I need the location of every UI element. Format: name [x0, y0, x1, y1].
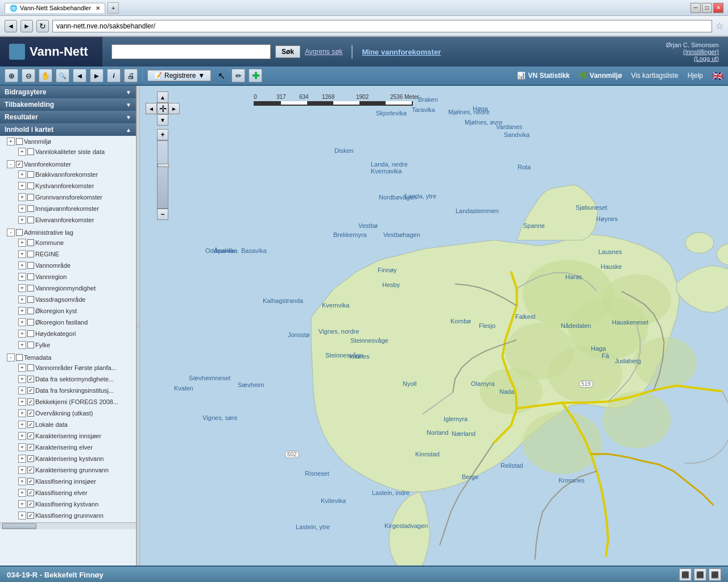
checkbox-vannregionmyndighet[interactable] — [27, 285, 34, 292]
checkbox-klas-innsj[interactable]: ✓ — [27, 478, 34, 485]
checkbox-hoydekategori[interactable] — [27, 330, 34, 337]
print-tool[interactable]: 🖨 — [124, 69, 138, 82]
expand-vassdrag[interactable]: + — [18, 296, 26, 304]
refresh-button[interactable]: ↻ — [36, 20, 49, 32]
expand-klas-kyst[interactable]: + — [18, 500, 26, 508]
expand-temadata[interactable]: - — [7, 354, 15, 361]
expand-vannregionmyndighet[interactable]: + — [18, 284, 26, 292]
bookmark-icon[interactable]: ☆ — [715, 20, 723, 31]
clear-search-button[interactable]: Avgrens søk — [305, 48, 342, 56]
expand-hoydekategori[interactable]: + — [18, 330, 26, 338]
expand-kar-kyst[interactable]: + — [18, 455, 26, 463]
expand-kommune[interactable]: + — [18, 239, 26, 247]
checkbox-overvakn[interactable]: ✓ — [27, 410, 34, 417]
tree-row-vannregion[interactable]: + Vannregion — [16, 272, 136, 281]
user-settings[interactable]: (Innstillinger) — [666, 48, 719, 55]
tree-row-kommune[interactable]: + Kommune — [16, 238, 136, 247]
checkbox-bekkekjemi[interactable]: ✓ — [27, 398, 34, 405]
checkbox-sektormyndighetene[interactable]: ✓ — [27, 376, 34, 383]
expand-klas-elv[interactable]: + — [18, 489, 26, 497]
expand-vannlokaliteter[interactable]: + — [18, 148, 26, 156]
checkbox-regine[interactable] — [27, 251, 34, 257]
tree-row-regine[interactable]: + REGINE — [16, 250, 136, 259]
tree-row-kar-elv[interactable]: + ✓ Karakterisering elver — [16, 443, 136, 452]
tree-row-lokale[interactable]: + ✓ Lokale data — [16, 420, 136, 429]
expand-vannforekomster[interactable]: - — [7, 160, 15, 168]
status-btn-1[interactable]: ⬛ — [679, 568, 692, 581]
expand-innsjovann[interactable]: + — [18, 205, 26, 213]
address-bar[interactable] — [52, 20, 712, 32]
expand-kar-grunn[interactable]: + — [18, 466, 26, 474]
back-button[interactable]: ◄ — [5, 20, 17, 32]
tree-row-klas-elv[interactable]: + ✓ Klassifisering elver — [16, 488, 136, 497]
checkbox-vannlokaliteter[interactable] — [27, 148, 34, 155]
my-waters-button[interactable]: Mine vannforekomster — [362, 48, 441, 56]
expand-vannregion[interactable]: + — [18, 273, 26, 281]
pan-tool[interactable]: ✋ — [39, 69, 52, 82]
checkbox-kar-elv[interactable]: ✓ — [27, 444, 34, 451]
tree-row-innsjovann[interactable]: + Innsjøvannforekomster — [16, 204, 136, 213]
tree-row-elvevann[interactable]: + Elvevannforekomster — [16, 215, 136, 225]
status-btn-2[interactable]: ⬛ — [694, 568, 706, 581]
pan-center-button[interactable]: ✛ — [157, 103, 168, 114]
pan-left-button[interactable]: ◄ — [146, 103, 157, 114]
zoom-in-button[interactable]: + — [157, 129, 168, 140]
forward-button[interactable]: ► — [20, 20, 33, 32]
edit-tool[interactable]: ✏ — [231, 69, 245, 82]
sidebar-header-resultater[interactable]: Resultater ▼ — [0, 111, 136, 123]
checkbox-okoregion-fastland[interactable] — [27, 319, 34, 326]
checkbox-vannmiljo[interactable] — [16, 138, 23, 145]
info-tool[interactable]: i — [107, 69, 121, 82]
browser-tab[interactable]: 🌐 Vann-Nett Saksbehandler ✕ — [5, 3, 105, 13]
hjelp-link[interactable]: Hjelp — [688, 72, 703, 80]
expand-vannomrader[interactable]: + — [18, 364, 26, 372]
checkbox-kar-innsj[interactable]: ✓ — [27, 433, 34, 439]
sidebar-header-tilbakemelding[interactable]: Tilbakemelding ▼ — [0, 98, 136, 111]
tree-row-vannregionmyndighet[interactable]: + Vannregionmyndighet — [16, 284, 136, 293]
tree-row-vassdrag[interactable]: + Vassdragsområde — [16, 295, 136, 304]
tree-row-overvakn[interactable]: + ✓ Overvåkning (utkast) — [16, 409, 136, 418]
checkbox-elvevann[interactable] — [27, 217, 34, 223]
expand-grunnvann[interactable]: + — [18, 193, 26, 201]
expand-okoregion-kyst[interactable]: + — [18, 307, 26, 315]
vn-statistics-link[interactable]: 📊 VN Statistikk — [517, 72, 569, 80]
pan-right-button[interactable]: ► — [168, 103, 180, 114]
checkbox-klas-grunn[interactable]: ✓ — [27, 512, 34, 519]
tree-row-klas-innsj[interactable]: + ✓ Klassifisering innsjøer — [16, 477, 136, 486]
minimize-button[interactable]: ─ — [690, 3, 701, 13]
tree-row-kyst[interactable]: + Kystvannforekomster — [16, 181, 136, 190]
user-logout[interactable]: (Logg ut) — [666, 55, 719, 62]
checkbox-kar-grunn[interactable]: ✓ — [27, 467, 34, 473]
maximize-button[interactable]: □ — [702, 3, 712, 13]
tree-row-vannmiljo[interactable]: + Vannmiljø — [5, 137, 136, 146]
sidebar-header-innhold[interactable]: Innhold i kartet ▲ — [0, 123, 136, 136]
expand-klas-grunn[interactable]: + — [18, 512, 26, 519]
checkbox-temadata[interactable] — [16, 354, 23, 361]
expand-bekkekjemi[interactable]: + — [18, 398, 26, 406]
tree-row-vannforekomster[interactable]: - ✓ Vannforekomster — [5, 160, 136, 169]
expand-regine[interactable]: + — [18, 250, 26, 258]
expand-brakkvann[interactable]: + — [18, 171, 26, 178]
tree-row-temadata[interactable]: - Temadata — [5, 353, 136, 362]
new-tab-button[interactable]: + — [107, 2, 119, 14]
identify-tool[interactable]: 🔍 — [56, 69, 69, 82]
tree-row-bekkekjemi[interactable]: + ✓ Bekkekjemi (FOREGS 2008... — [16, 397, 136, 406]
add-tool[interactable]: ✚ — [249, 69, 262, 82]
checkbox-brakkvann[interactable] — [27, 171, 34, 178]
zoom-out-button[interactable]: − — [157, 209, 168, 220]
expand-vannmiljo[interactable]: + — [7, 138, 15, 146]
checkbox-kyst[interactable] — [27, 182, 34, 189]
expand-klas-innsj[interactable]: + — [18, 477, 26, 485]
pan-down-button[interactable]: ▼ — [157, 114, 168, 126]
checkbox-vannomrade[interactable] — [27, 262, 34, 269]
checkbox-vannforekomster[interactable]: ✓ — [16, 161, 23, 168]
checkbox-forskning[interactable]: ✓ — [27, 387, 34, 394]
checkbox-administrative[interactable] — [16, 229, 23, 236]
tree-row-kar-grunn[interactable]: + ✓ Karakterisering grunnvann — [16, 465, 136, 475]
checkbox-kar-kyst[interactable]: ✓ — [27, 455, 34, 462]
search-input[interactable] — [111, 44, 271, 59]
forward-extent-tool[interactable]: ► — [90, 69, 104, 82]
expand-kyst[interactable]: + — [18, 182, 26, 190]
tree-row-okoregion-kyst[interactable]: + Økoregion kyst — [16, 306, 136, 315]
expand-fylke[interactable]: + — [18, 341, 26, 349]
